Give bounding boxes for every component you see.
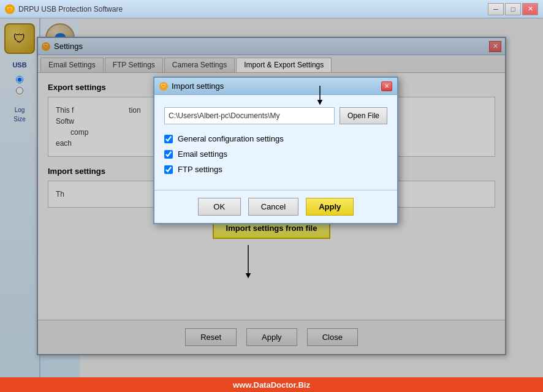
- title-bar-left: 🛡 DRPU USB Protection Software: [5, 4, 123, 14]
- title-bar: 🛡 DRPU USB Protection Software ─ □ ✕: [0, 0, 543, 18]
- general-config-label: General configuration settings: [178, 134, 284, 143]
- ftp-settings-label: FTP settings: [178, 165, 222, 174]
- dialog-close-button[interactable]: ✕: [381, 81, 392, 91]
- apply-dialog-button[interactable]: Apply: [306, 198, 354, 216]
- app-icon: 🛡: [5, 4, 15, 14]
- dialog-footer: OK Cancel Apply: [154, 190, 397, 223]
- title-bar-controls: ─ □ ✕: [488, 3, 538, 15]
- general-config-checkbox[interactable]: [164, 135, 173, 143]
- open-file-button[interactable]: Open File: [340, 107, 387, 124]
- file-path-input[interactable]: C:\Users\Albert-pc\Documents\My: [164, 107, 335, 124]
- app-title: DRPU USB Protection Software: [18, 5, 123, 13]
- ftp-settings-checkbox[interactable]: [164, 165, 173, 174]
- dialog-content: C:\Users\Albert-pc\Documents\My Open Fil…: [154, 95, 397, 190]
- ftp-settings-checkbox-row: FTP settings: [164, 165, 387, 174]
- import-dialog: 🛡 Import settings ✕: [153, 77, 398, 224]
- dialog-title: Import settings: [172, 81, 224, 91]
- general-config-checkbox-row: General configuration settings: [164, 134, 387, 143]
- maximize-button[interactable]: □: [505, 3, 521, 15]
- file-row: C:\Users\Albert-pc\Documents\My Open Fil…: [164, 107, 387, 124]
- cancel-button[interactable]: Cancel: [248, 198, 298, 216]
- email-settings-checkbox-row: Email settings: [164, 149, 387, 159]
- ok-button[interactable]: OK: [198, 198, 241, 216]
- close-window-button[interactable]: ✕: [522, 3, 538, 15]
- email-settings-checkbox[interactable]: [164, 150, 173, 159]
- dialog-icon: 🛡: [159, 82, 168, 91]
- watermark-bar: www.DataDoctor.Biz: [0, 377, 543, 392]
- main-window: 🛡 DRPU USB Protection Software ─ □ ✕ 🛡 U…: [0, 0, 543, 392]
- dialog-title-left: 🛡 Import settings: [159, 81, 224, 91]
- email-settings-label: Email settings: [178, 149, 227, 159]
- arrow-annotation: [302, 83, 338, 107]
- dialog-titlebar: 🛡 Import settings ✕: [154, 78, 397, 95]
- minimize-button[interactable]: ─: [488, 3, 504, 15]
